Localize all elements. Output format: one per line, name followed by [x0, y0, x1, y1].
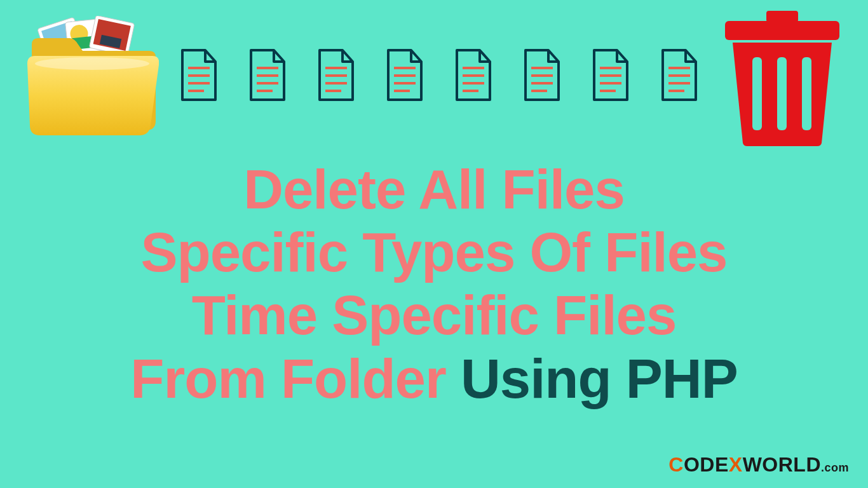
svg-rect-41 [766, 11, 798, 22]
heading-line-4b: Using PHP [461, 348, 738, 409]
watermark-c: C [668, 453, 684, 476]
heading-line-4a: From Folder [130, 348, 461, 409]
heading-line-4: From Folder Using PHP [0, 347, 868, 410]
svg-rect-42 [725, 21, 839, 40]
file-icons-row [178, 49, 700, 101]
document-file-icon [316, 49, 356, 101]
top-icon-row [0, 0, 868, 146]
document-file-icon [247, 49, 288, 101]
svg-rect-45 [802, 57, 811, 130]
watermark-logo: CODEXWORLD.com [668, 453, 849, 477]
document-file-icon [453, 49, 494, 101]
document-file-icon [590, 49, 631, 101]
document-file-icon [522, 49, 562, 101]
svg-rect-44 [777, 57, 787, 130]
main-heading: Delete All Files Specific Types Of Files… [0, 158, 868, 410]
watermark-x: X [729, 453, 743, 476]
svg-point-8 [35, 57, 149, 70]
watermark-dotcom: .com [821, 461, 849, 474]
heading-line-3: Time Specific Files [0, 283, 868, 346]
folder-icon [22, 16, 159, 140]
trash-can-icon [719, 10, 846, 146]
document-file-icon [384, 49, 425, 101]
document-file-icon [179, 49, 219, 101]
heading-line-2: Specific Types Of Files [0, 220, 868, 283]
watermark-ode: ODE [684, 453, 729, 476]
document-file-icon [659, 49, 700, 101]
watermark-world: WORLD [743, 453, 821, 476]
svg-rect-43 [752, 57, 762, 130]
heading-line-1: Delete All Files [0, 158, 868, 220]
